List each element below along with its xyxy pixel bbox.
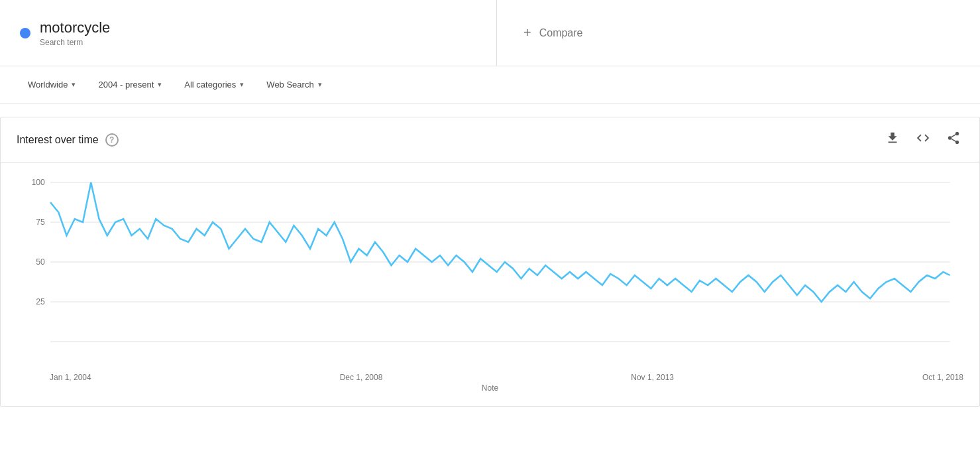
chart-svg-container: 100 75 50 25 <box>17 169 963 370</box>
chart-section: Interest over time ? <box>0 117 980 407</box>
x-label-0: Jan 1, 2004 <box>50 373 91 382</box>
plus-icon: + <box>523 25 531 40</box>
x-label-3: Oct 1, 2018 <box>922 373 963 382</box>
svg-text:25: 25 <box>36 297 45 306</box>
search-term-area: motorcycle Search term <box>0 0 497 66</box>
chart-actions <box>883 128 963 151</box>
chart-title-area: Interest over time ? <box>17 133 119 147</box>
chart-title: Interest over time <box>17 134 99 146</box>
filter-category-label: All categories <box>184 80 236 90</box>
help-icon[interactable]: ? <box>105 133 119 147</box>
x-axis-labels: Jan 1, 2004 Dec 1, 2008 Nov 1, 2013 Oct … <box>17 370 963 382</box>
filters-row: Worldwide ▾ 2004 - present ▾ All categor… <box>0 66 980 103</box>
svg-text:50: 50 <box>36 257 45 267</box>
compare-button[interactable]: + Compare <box>497 0 980 66</box>
share-button[interactable] <box>944 128 963 151</box>
svg-text:75: 75 <box>36 218 45 227</box>
filter-time-label: 2004 - present <box>98 80 154 90</box>
filter-category-chevron: ▾ <box>240 80 244 89</box>
filter-location-label: Worldwide <box>28 80 68 90</box>
filter-time-chevron: ▾ <box>158 80 162 89</box>
x-label-1: Dec 1, 2008 <box>340 373 383 382</box>
search-term-text: motorcycle Search term <box>40 19 110 47</box>
embed-button[interactable] <box>913 128 933 151</box>
search-bar-section: motorcycle Search term + Compare <box>0 0 980 66</box>
filter-location-chevron: ▾ <box>72 80 76 89</box>
filter-location[interactable]: Worldwide ▾ <box>20 74 83 95</box>
filter-category[interactable]: All categories ▾ <box>176 74 252 95</box>
chart-note: Note <box>17 383 963 393</box>
filter-search-type-chevron: ▾ <box>318 80 322 89</box>
filter-search-type-label: Web Search <box>266 80 313 90</box>
svg-text:100: 100 <box>31 178 45 187</box>
filter-time[interactable]: 2004 - present ▾ <box>90 74 170 95</box>
search-term-type: Search term <box>40 38 110 47</box>
filter-search-type[interactable]: Web Search ▾ <box>258 74 329 95</box>
search-term-dot <box>20 28 30 38</box>
chart-header: Interest over time ? <box>1 117 979 163</box>
x-label-2: Nov 1, 2013 <box>631 373 674 382</box>
download-button[interactable] <box>883 128 902 151</box>
trend-chart: 100 75 50 25 <box>17 169 963 368</box>
compare-label: Compare <box>539 27 583 39</box>
search-term-value: motorcycle <box>40 19 110 36</box>
chart-body: 100 75 50 25 Jan 1, 2004 Dec 1, 2008 Nov… <box>1 163 979 406</box>
